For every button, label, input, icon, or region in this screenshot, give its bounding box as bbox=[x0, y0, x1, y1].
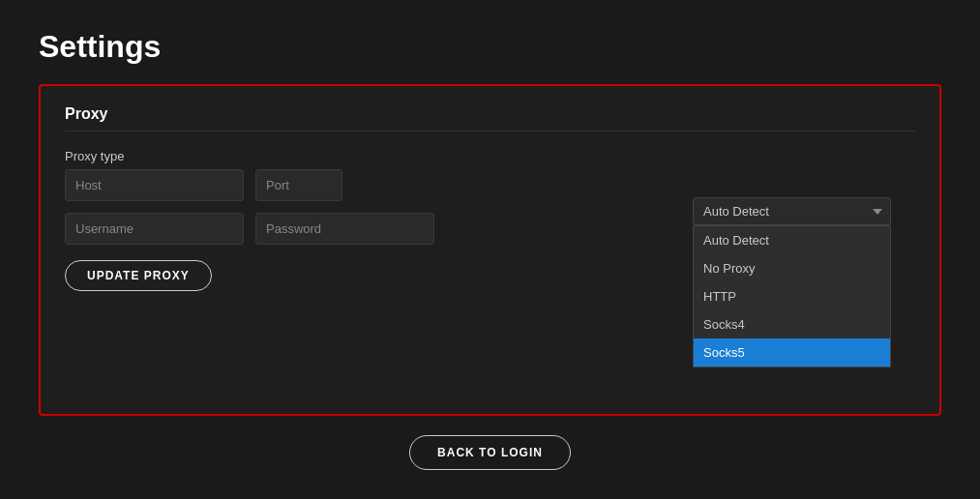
proxy-type-select[interactable]: Auto Detect bbox=[693, 197, 891, 225]
dropdown-option-socks5[interactable]: Socks5 bbox=[694, 338, 890, 367]
select-value: Auto Detect bbox=[703, 204, 769, 219]
proxy-type-label: Proxy type bbox=[65, 149, 124, 163]
dropdown-option-no-proxy[interactable]: No Proxy bbox=[694, 254, 890, 282]
section-title: Proxy bbox=[65, 105, 915, 132]
proxy-dropdown-list: Auto Detect No Proxy HTTP Socks4 Socks5 bbox=[693, 225, 891, 367]
proxy-type-row: Proxy type Auto Detect Auto Detect No Pr… bbox=[65, 149, 915, 163]
host-input[interactable] bbox=[65, 169, 244, 201]
bottom-area: BACK TO LOGIN bbox=[39, 416, 941, 470]
proxy-select-container[interactable]: Auto Detect Auto Detect No Proxy HTTP So… bbox=[693, 197, 891, 225]
dropdown-option-auto[interactable]: Auto Detect bbox=[694, 226, 890, 254]
page-container: Settings Proxy Proxy type Auto Detect Au… bbox=[0, 0, 980, 499]
update-proxy-button[interactable]: UPDATE PROXY bbox=[65, 260, 212, 291]
proxy-form: UPDATE PROXY bbox=[65, 169, 510, 291]
dropdown-option-http[interactable]: HTTP bbox=[694, 282, 890, 310]
password-input[interactable] bbox=[255, 213, 434, 245]
host-port-row bbox=[65, 169, 510, 201]
back-to-login-button[interactable]: BACK TO LOGIN bbox=[409, 435, 571, 470]
chevron-down-icon bbox=[873, 209, 882, 215]
username-password-row bbox=[65, 213, 510, 245]
port-input[interactable] bbox=[255, 169, 342, 201]
page-title: Settings bbox=[39, 29, 941, 65]
username-input[interactable] bbox=[65, 213, 244, 245]
proxy-section: Proxy Proxy type Auto Detect Auto Detect… bbox=[39, 84, 941, 416]
dropdown-option-socks4[interactable]: Socks4 bbox=[694, 310, 890, 338]
